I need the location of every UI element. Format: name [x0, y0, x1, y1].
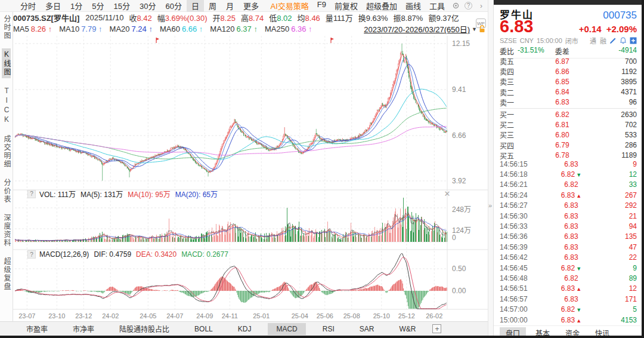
- period-tab-日[interactable]: 日: [187, 0, 204, 12]
- tick-volume: 33: [605, 180, 637, 189]
- tick-volume: 267: [605, 191, 637, 199]
- tick-list[interactable]: 14:56:156.83914:56:186.82▼1214:56:216.82…: [500, 159, 637, 325]
- arrow-down-icon: ▼: [576, 172, 581, 178]
- period-tab-15分[interactable]: 15分: [109, 0, 135, 12]
- ma-values: MA58.26 ↑MA107.79 ↑MA207.24 ↑MA606.66 ↑M…: [13, 24, 320, 33]
- ma-value: 8.26 ↑: [31, 24, 52, 33]
- tick-time: 14:56:18: [500, 170, 538, 179]
- tick-price: 6.82▼: [538, 264, 605, 272]
- close-icon[interactable]: ✕: [442, 189, 452, 198]
- sidebar-item-分价表[interactable]: 分价表: [2, 177, 11, 205]
- sidebar-item-成交明细[interactable]: 成交明细: [2, 133, 11, 170]
- kline-chart[interactable]: [13, 35, 488, 311]
- x-tick-label: 23-07: [18, 312, 35, 319]
- last-price: 6.83: [500, 18, 533, 35]
- unlock-icon[interactable]: [479, 25, 485, 33]
- period-tab-多日[interactable]: 多日: [41, 0, 66, 12]
- tool-button-4[interactable]: 画线: [401, 0, 425, 12]
- tool-button-5[interactable]: 工具: [425, 0, 449, 12]
- tick-row: 14:56:306.8321: [500, 211, 637, 221]
- indicator-tab-RSI[interactable]: RSI: [314, 323, 343, 335]
- ask-price: 6.85: [524, 78, 601, 86]
- period-tab-分时[interactable]: 分时: [16, 0, 41, 12]
- sidebar-item-K线图[interactable]: K线图: [2, 48, 11, 78]
- indicator-tab-SAR[interactable]: SAR: [351, 323, 383, 335]
- tool-button-1[interactable]: F9: [313, 0, 330, 12]
- quote-field-振: 振8.87%: [394, 12, 423, 23]
- tool-button-2[interactable]: 前复权: [330, 0, 362, 12]
- quote-fields: 收8.42幅3.69%(0.30)开8.25高8.74低8.02均8.46量11…: [123, 12, 459, 23]
- vol-value: VOL: 111万: [39, 189, 76, 199]
- add-indicator-button[interactable]: +: [432, 324, 441, 333]
- help-icon[interactable]: ?: [465, 2, 472, 10]
- tick-volume: 12: [605, 170, 637, 179]
- tick-volume: 9: [605, 264, 637, 272]
- period-tab-1分[interactable]: 1分: [66, 0, 87, 12]
- signal-flag-icon: [331, 38, 334, 43]
- quote-field-value: 111万: [333, 14, 353, 23]
- tick-volume: 12: [605, 284, 637, 293]
- tick-time: 14:56:51: [500, 284, 538, 293]
- sidebar-item-TICK[interactable]: TICK: [2, 85, 11, 127]
- help-icon[interactable]: ?: [27, 190, 36, 198]
- x-tick-label: 23-10: [48, 312, 65, 319]
- indicator-tab-陆股通持股占比[interactable]: 陆股通持股占比: [111, 322, 178, 336]
- tick-price: 6.82: [538, 180, 605, 189]
- sidebar-item-超级复盘[interactable]: 超级复盘: [2, 256, 11, 293]
- period-tab-5分[interactable]: 5分: [87, 0, 109, 12]
- period-tab-更多[interactable]: 更多: [239, 0, 264, 12]
- period-tab-30分[interactable]: 30分: [135, 0, 160, 12]
- x-tick-label: 24-02: [102, 312, 119, 319]
- tick-price: 6.83: [538, 295, 605, 303]
- bell-icon[interactable]: [620, 37, 627, 44]
- tick-time: 14:56:30: [500, 212, 538, 220]
- ask-price: 6.83: [524, 98, 601, 106]
- quote-field-低: 低8.02: [269, 12, 292, 23]
- sidebar-item-深度资料[interactable]: 深度资料: [2, 212, 11, 249]
- tick-volume: 292: [605, 201, 637, 210]
- indicator-tab-KDJ[interactable]: KDJ: [230, 323, 260, 335]
- sidebar-item-分时图[interactable]: 分时图: [2, 13, 11, 42]
- chevron-right-icon[interactable]: ›: [477, 2, 485, 10]
- ma-label: MA120: [210, 24, 234, 33]
- tick-price: 6.83: [538, 212, 605, 220]
- gear-icon[interactable]: [451, 2, 460, 10]
- tick-time: 14:56:24: [500, 191, 538, 199]
- indicator-tab-BOLL[interactable]: BOLL: [186, 323, 221, 335]
- quote-field-幅: 幅3.69%(0.30): [157, 12, 208, 23]
- tool-button-3[interactable]: 超级叠加: [362, 0, 401, 12]
- panel-divider[interactable]: »: [488, 0, 494, 336]
- tick-row: 14:56:516.83▲12: [500, 284, 637, 294]
- tick-row: 14:56:186.82▼12: [500, 169, 637, 179]
- indicator-tab-市净率[interactable]: 市净率: [64, 322, 103, 336]
- period-tab-月[interactable]: 月: [221, 0, 239, 12]
- tick-time: 14:56:15: [500, 160, 538, 168]
- quote-field-换: 换9.63%: [358, 12, 388, 23]
- tick-volume: 22: [605, 253, 637, 262]
- tick-row: 14:56:396.8347: [500, 242, 637, 252]
- ma-value: 7.24 ↑: [132, 24, 153, 33]
- period-tab-60分[interactable]: 60分: [160, 0, 186, 12]
- bid-volume: 702: [601, 121, 637, 129]
- quote-field-高: 高8.74: [241, 12, 264, 23]
- indicator-tab-W&R[interactable]: W&R: [391, 323, 424, 335]
- weicha-value: -4914: [618, 46, 637, 56]
- axis-tick-label: 0: [452, 233, 456, 242]
- tool-button-0[interactable]: AI交易策略: [266, 0, 312, 12]
- pencil-icon[interactable]: [609, 37, 617, 44]
- date-range-label[interactable]: 2023/07/20-2026/03/27(650日): [364, 23, 470, 35]
- axis-tick-label: 3.92: [452, 177, 466, 185]
- period-tab-周[interactable]: 周: [204, 0, 221, 12]
- collapse-icon[interactable]: »: [488, 202, 492, 209]
- macd-value: MACD: 0.2677: [181, 250, 228, 259]
- indicator-tab-市盈率[interactable]: 市盈率: [18, 322, 56, 336]
- indicator-tab-MACD[interactable]: MACD: [268, 323, 305, 335]
- tick-price: 6.83: [538, 160, 605, 168]
- help-icon[interactable]: ?: [27, 250, 36, 259]
- add-icon[interactable]: [630, 37, 637, 44]
- ma-value: 6.37 ↑: [237, 24, 258, 33]
- x-tick-label: 24-05: [140, 312, 156, 319]
- x-tick-label: 23-12: [75, 312, 92, 319]
- chevron-down-icon[interactable]: ▼: [472, 26, 477, 32]
- ma-item-MA120: MA1206.37 ↑: [210, 24, 258, 33]
